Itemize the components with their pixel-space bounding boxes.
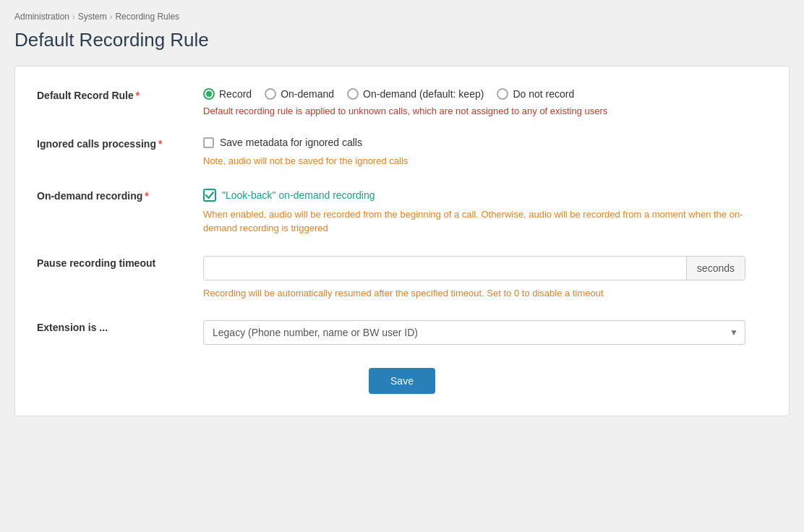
radio-do-not-record[interactable]: Do not record: [497, 88, 574, 100]
required-indicator-2: *: [158, 138, 162, 150]
ignored-calls-content: Save metadata for ignored calls Note, au…: [203, 137, 767, 168]
ignored-calls-label: Ignored calls processing*: [37, 137, 203, 150]
extension-select-wrapper: Legacy (Phone number, name or BW user ID…: [203, 320, 745, 345]
page-title: Default Recording Rule: [14, 29, 790, 51]
breadcrumb: Administration › System › Recording Rule…: [14, 12, 790, 22]
breadcrumb-administration[interactable]: Administration: [14, 12, 69, 22]
extension-label: Extension is ...: [37, 320, 203, 333]
pause-recording-input-group: 0 seconds: [203, 256, 745, 280]
default-record-rule-content: Record On-demand On-demand (default: kee…: [203, 88, 767, 116]
seconds-addon: seconds: [686, 257, 745, 280]
pause-recording-content: 0 seconds Recording will be automaticall…: [203, 256, 767, 301]
radio-on-demand-input[interactable]: [265, 88, 276, 100]
pause-recording-label: Pause recording timeout: [37, 256, 203, 269]
record-rule-radio-group: Record On-demand On-demand (default: kee…: [203, 88, 767, 100]
radio-on-demand[interactable]: On-demand: [265, 88, 334, 100]
pause-recording-hint: Recording will be automatically resumed …: [203, 286, 767, 301]
on-demand-checkbox-label[interactable]: "Look-back" on-demand recording: [222, 189, 375, 201]
pause-recording-input[interactable]: 0: [204, 257, 686, 280]
breadcrumb-system[interactable]: System: [78, 12, 107, 22]
extension-row: Extension is ... Legacy (Phone number, n…: [37, 320, 767, 345]
breadcrumb-current: Recording Rules: [115, 12, 179, 22]
breadcrumb-sep-1: ›: [72, 12, 75, 21]
radio-record-label: Record: [219, 88, 252, 100]
on-demand-description: When enabled, audio will be recorded fro…: [203, 207, 767, 236]
extension-content: Legacy (Phone number, name or BW user ID…: [203, 320, 767, 345]
teal-checkbox-icon: [203, 189, 216, 202]
radio-record[interactable]: Record: [203, 88, 252, 100]
required-indicator-3: *: [145, 190, 148, 202]
default-record-rule-label: Default Record Rule*: [37, 88, 203, 101]
extension-select[interactable]: Legacy (Phone number, name or BW user ID…: [203, 320, 745, 345]
radio-record-input[interactable]: [203, 88, 215, 100]
radio-on-demand-keep-input[interactable]: [347, 88, 359, 100]
radio-on-demand-keep-label: On-demand (default: keep): [363, 88, 484, 100]
record-rule-hint: Default recording rule is applied to unk…: [203, 106, 767, 116]
radio-do-not-record-input[interactable]: [497, 88, 508, 100]
on-demand-recording-content: "Look-back" on-demand recording When ena…: [203, 189, 767, 236]
ignored-calls-checkbox[interactable]: [203, 137, 214, 148]
save-button[interactable]: Save: [369, 368, 435, 394]
breadcrumb-sep-2: ›: [110, 12, 113, 21]
on-demand-recording-row: On-demand recording* "Look-back" on-dema…: [37, 189, 767, 236]
on-demand-checkbox-row: "Look-back" on-demand recording: [203, 189, 767, 202]
settings-card: Default Record Rule* Record On-demand On…: [14, 66, 790, 416]
radio-on-demand-label: On-demand: [281, 88, 334, 100]
on-demand-recording-label: On-demand recording*: [37, 189, 203, 202]
radio-on-demand-keep[interactable]: On-demand (default: keep): [347, 88, 484, 100]
radio-do-not-record-label: Do not record: [513, 88, 574, 100]
ignored-calls-checkbox-label[interactable]: Save metadata for ignored calls: [203, 137, 767, 148]
ignored-calls-row: Ignored calls processing* Save metadata …: [37, 137, 767, 168]
save-row: Save: [37, 365, 767, 394]
default-record-rule-row: Default Record Rule* Record On-demand On…: [37, 88, 767, 116]
ignored-calls-checkbox-text: Save metadata for ignored calls: [220, 137, 362, 148]
pause-recording-row: Pause recording timeout 0 seconds Record…: [37, 256, 767, 301]
ignored-calls-note: Note, audio will not be saved for the ig…: [203, 154, 767, 168]
required-indicator: *: [136, 90, 140, 101]
